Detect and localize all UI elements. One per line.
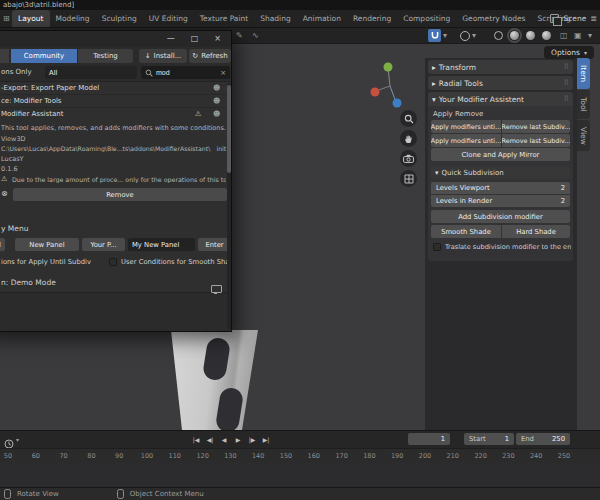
addon-row-modifier-tools[interactable]: ce: Modifier Tools ☻ [0, 95, 231, 108]
translate-subdiv-label[interactable]: Traslate subdivision modifier to the end [445, 243, 571, 251]
search-input[interactable] [156, 69, 214, 76]
ortho-grid-icon[interactable] [400, 170, 417, 187]
workspace-tab[interactable]: Modeling [50, 10, 96, 27]
workspace-tab[interactable]: Texture Paint [194, 10, 254, 27]
panel-transform[interactable]: ▸ Transform ⠿ [428, 60, 573, 74]
frame-tick-label: 120 [196, 452, 208, 460]
object-atril[interactable] [163, 330, 263, 430]
frame-start-field[interactable]: Start 1 [464, 433, 514, 445]
new-panel-button[interactable]: New Panel [15, 238, 79, 251]
playback-button[interactable]: ◀| [204, 433, 216, 445]
cut-button[interactable]: l [0, 238, 5, 251]
timeline-ruler[interactable]: 5060708090100110120130140150160170180190… [0, 448, 600, 463]
frame-tick-label: 230 [502, 452, 514, 460]
testing-tab[interactable]: Testing [78, 49, 133, 63]
remove-addon-button[interactable]: Remove [13, 188, 227, 201]
panel-radial-tools[interactable]: ▸ Radial Tools ⠿ [428, 76, 573, 90]
levels-viewport-label: Levels Viewport [436, 184, 490, 192]
wireframe-shading-icon[interactable] [494, 31, 503, 40]
workspace-tab[interactable]: Animation [297, 10, 347, 27]
playback-button[interactable]: ▶| [260, 433, 272, 445]
addon-row-modifier-assistant[interactable]: Modifier Assistant ⚠ ☻ [0, 108, 231, 121]
xray-icon[interactable]: ▣ [574, 28, 582, 43]
current-frame-field[interactable]: 1 [408, 433, 450, 445]
expand-icon: ▸ [432, 63, 436, 72]
addon-row-paper-model[interactable]: -Export: Export Paper Model ☻ [0, 82, 231, 95]
add-subdivision-button[interactable]: Add Subdivision modifier [431, 210, 570, 223]
playback-button[interactable]: |◀ [190, 433, 202, 445]
playback-button[interactable]: |▶ [246, 433, 258, 445]
snap-menu-caret-icon[interactable]: ▾ [443, 28, 447, 43]
sidebar-tab[interactable]: Tool [577, 90, 590, 119]
scene-selector[interactable]: Scene ≣ [550, 10, 597, 27]
addon-search[interactable]: × [141, 66, 230, 79]
apply-until-subdiv-checkbox-label[interactable]: ions for Apply Until Subdiv [1, 258, 105, 266]
levels-viewport-value: 2 [561, 184, 565, 192]
clone-apply-mirror-button[interactable]: Clone and Apply Mirror [431, 148, 570, 161]
gizmo-y-axis [384, 63, 393, 72]
smooth-shade-conditions-label[interactable]: User Conditions for Smooth Shade [121, 258, 229, 266]
editor-menu-caret-icon[interactable]: ▾ [16, 432, 19, 447]
apply-modifiers-button[interactable]: Apply modifiers unti... [431, 120, 501, 133]
sidebar-tab[interactable]: View [577, 120, 590, 152]
enabled-addons-only-label[interactable]: ons Only [1, 68, 32, 76]
frame-tick-label: 110 [169, 452, 181, 460]
translate-subdiv-checkbox[interactable] [433, 243, 441, 251]
overlays-icon[interactable]: ◫ [560, 28, 568, 43]
hard-shade-button[interactable]: Hard Shade [502, 225, 570, 238]
quick-subdivision-header[interactable]: ▾ Quick Subdivision [431, 166, 570, 179]
levels-render-label: Levels in Render [436, 197, 492, 205]
rendered-shading-icon[interactable] [542, 31, 551, 40]
levels-viewport-field[interactable]: Levels Viewport 2 [431, 182, 570, 194]
remove-last-subdiv-button[interactable]: Remove last Subdiv... [502, 134, 570, 147]
shading-menu-caret-icon[interactable]: ▾ [588, 28, 592, 43]
collapse-icon: ▾ [435, 169, 439, 177]
pan-hand-icon[interactable] [400, 130, 417, 147]
workspace-tab[interactable]: Compositing [397, 10, 456, 27]
playback-button[interactable]: ◀ [218, 433, 230, 445]
snap-magnet-icon[interactable] [428, 29, 441, 42]
levels-render-field[interactable]: Levels in Render 2 [431, 195, 570, 207]
sidebar-tab[interactable]: Item [577, 58, 590, 89]
workspace-tab[interactable]: Geometry Nodes [456, 10, 531, 27]
frame-end-field[interactable]: End 250 [516, 433, 570, 445]
demo-monitor-icon [211, 285, 222, 293]
refresh-button[interactable]: ↻ Refresh [189, 49, 231, 63]
apply-modifiers-button[interactable]: Apply modifiers unti... [431, 134, 501, 147]
scrollbar-thumb[interactable] [227, 85, 231, 173]
playback-button[interactable]: ▶ [232, 433, 244, 445]
frame-tick-label: 100 [141, 452, 153, 460]
close-button[interactable]: × [214, 35, 221, 43]
workspace-tab[interactable]: Rendering [347, 10, 397, 27]
search-clear-icon[interactable]: × [220, 69, 226, 77]
preferences-scrollbar[interactable] [227, 83, 231, 329]
solid-shading-icon[interactable] [510, 31, 519, 40]
proportional-edit-icon[interactable] [460, 31, 470, 41]
zoom-tool-icon[interactable] [400, 110, 417, 127]
workspace-tab[interactable]: Sculpting [96, 10, 143, 27]
curve-icon[interactable]: ∿ [252, 28, 259, 43]
workspace-tab[interactable]: Shading [254, 10, 296, 27]
minimize-button[interactable]: — [167, 35, 175, 43]
proportional-menu-caret-icon[interactable]: ▾ [472, 28, 476, 43]
category-dropdown[interactable]: All [45, 66, 137, 79]
official-tab[interactable] [0, 49, 9, 63]
install-button[interactable]: ↓ Install... [139, 49, 187, 63]
timeline-tracks[interactable] [0, 463, 600, 488]
community-tab[interactable]: Community [11, 49, 77, 63]
navigation-gizmo[interactable] [368, 60, 408, 116]
panel-modifier-assistant[interactable]: ▾ Your Modifier Assistent ⠿ [428, 92, 573, 106]
options-caret-icon: ▾ [584, 49, 587, 56]
maximize-button[interactable]: □ [191, 35, 199, 43]
smooth-shade-conditions-checkbox[interactable] [109, 258, 117, 266]
frame-tick-label: 250 [558, 452, 570, 460]
material-shading-icon[interactable] [526, 31, 535, 40]
your-panel-button[interactable]: Your P... [82, 238, 125, 251]
smooth-shade-button[interactable]: Smooth Shade [431, 225, 501, 238]
camera-view-icon[interactable] [400, 150, 417, 167]
workspace-tab[interactable]: UV Editing [143, 10, 194, 27]
workspace-tab[interactable]: Layout [12, 10, 50, 27]
panel-name-field[interactable]: My New Panel [128, 238, 195, 251]
annotate-icon[interactable]: ✎ [236, 28, 243, 43]
remove-last-subdiv-button[interactable]: Remove last Subdiv... [502, 120, 570, 133]
